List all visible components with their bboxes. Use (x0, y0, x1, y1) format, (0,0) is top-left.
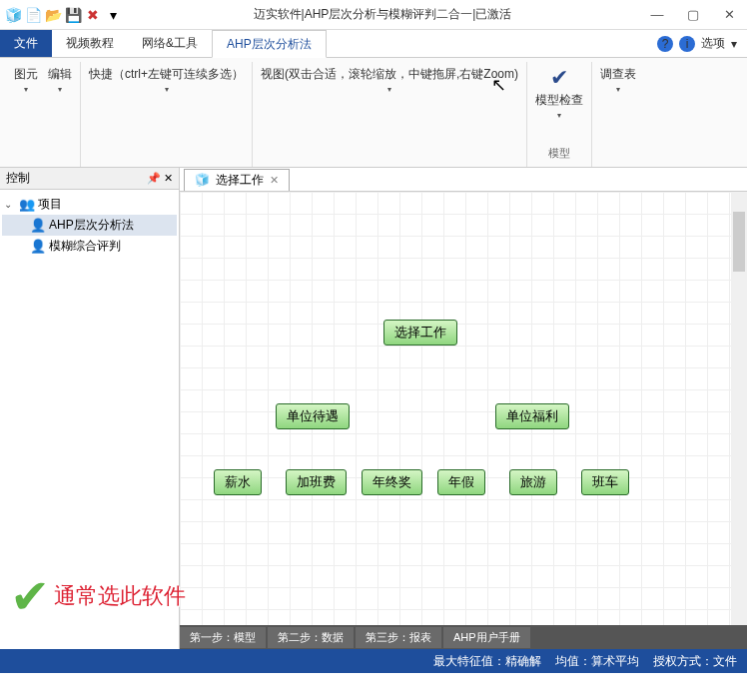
step-manual[interactable]: AHP用户手册 (443, 627, 530, 648)
project-icon: 👥 (19, 197, 35, 212)
window-title: 迈实软件|AHP层次分析与模糊评判二合一|已激活 (122, 6, 643, 23)
node-l3b[interactable]: 加班费 (286, 469, 347, 495)
qat-tools-icon[interactable]: ✖ (84, 6, 102, 24)
tab-video[interactable]: 视频教程 (52, 30, 128, 57)
node-root[interactable]: 选择工作 (383, 320, 457, 346)
options-dropdown-icon[interactable]: ▾ (731, 37, 737, 51)
tab-ahp[interactable]: AHP层次分析法 (212, 30, 327, 58)
app-icon: 🧊 (4, 6, 22, 24)
tree-root[interactable]: ⌄ 👥 项目 (2, 194, 177, 215)
node-l3e[interactable]: 旅游 (509, 469, 557, 495)
step-2[interactable]: 第二步：数据 (268, 627, 354, 648)
tree-fuzzy[interactable]: 👤 模糊综合评判 (2, 236, 177, 257)
tab-network[interactable]: 网络&工具 (128, 30, 212, 57)
expand-icon[interactable]: ⌄ (4, 199, 16, 210)
step-3[interactable]: 第三步：报表 (356, 627, 441, 648)
node-l3f[interactable]: 班车 (581, 469, 629, 495)
status-license: 授权方式：文件 (653, 653, 737, 670)
help-icon[interactable]: ? (657, 36, 673, 52)
ribbon-edit[interactable]: 编辑▾ (48, 66, 72, 94)
qat-new-icon[interactable]: 📄 (24, 6, 42, 24)
ribbon-survey[interactable]: 调查表▾ (600, 66, 636, 94)
person-icon: 👤 (30, 239, 46, 254)
qat-open-icon[interactable]: 📂 (44, 6, 62, 24)
status-eigen: 最大特征值：精确解 (433, 653, 541, 670)
ribbon-view[interactable]: 视图(双击合适，滚轮缩放，中键拖屏,右键Zoom)▾ (261, 66, 518, 94)
check-icon: ✔ (550, 65, 568, 91)
diagram-canvas[interactable]: 选择工作 单位待遇 单位福利 薪水 加班费 年终奖 年假 旅游 班车 (180, 192, 747, 649)
tree-ahp[interactable]: 👤 AHP层次分析法 (2, 215, 177, 236)
node-l2a[interactable]: 单位待遇 (276, 403, 350, 429)
tab-file[interactable]: 文件 (0, 30, 52, 57)
tab-close-icon[interactable]: ✕ (270, 174, 279, 187)
ribbon-group-model-label: 模型 (535, 146, 583, 163)
qat-save-icon[interactable]: 💾 (64, 6, 82, 24)
person-icon: 👤 (30, 218, 46, 233)
node-l2b[interactable]: 单位福利 (495, 403, 569, 429)
ribbon-model-check[interactable]: ✔ 模型检查▾ (535, 66, 583, 120)
ribbon-shortcut[interactable]: 快捷（ctrl+左键可连续多选）▾ (89, 66, 244, 94)
qat-dropdown-icon[interactable]: ▾ (104, 6, 122, 24)
status-mean: 均值：算术平均 (555, 653, 639, 670)
side-panel-pin-icon[interactable]: 📌 ✕ (147, 172, 173, 185)
side-panel-title: 控制 (6, 170, 30, 187)
node-l3a[interactable]: 薪水 (214, 469, 262, 495)
node-l3c[interactable]: 年终奖 (362, 469, 422, 495)
node-l3d[interactable]: 年假 (437, 469, 485, 495)
minimize-button[interactable]: — (643, 5, 671, 25)
ribbon-elements[interactable]: 图元▾ (14, 66, 38, 94)
options-button[interactable]: 选项 (701, 35, 725, 52)
vertical-scrollbar[interactable] (731, 192, 747, 609)
document-tab[interactable]: 🧊 选择工作 ✕ (184, 169, 290, 191)
maximize-button[interactable]: ▢ (679, 5, 707, 25)
cube-icon: 🧊 (195, 173, 210, 187)
close-button[interactable]: ✕ (715, 5, 743, 25)
step-1[interactable]: 第一步：模型 (180, 627, 266, 648)
info-icon[interactable]: i (679, 36, 695, 52)
